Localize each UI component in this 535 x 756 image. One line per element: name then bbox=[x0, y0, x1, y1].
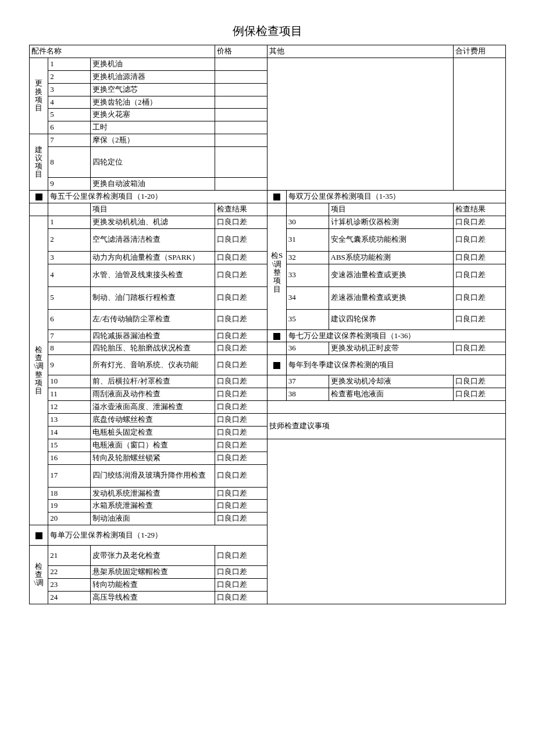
table-row: 电瓶桩头固定检查 bbox=[91, 426, 215, 439]
tech-advice-header: 技师检查建议事项 bbox=[268, 414, 506, 439]
cell-empty bbox=[215, 70, 268, 83]
col-item: 项目 bbox=[329, 203, 453, 216]
section-winter: 每年到冬季建议保养检测的项目 bbox=[286, 355, 505, 375]
cell-empty bbox=[268, 342, 286, 355]
table-row: 1 bbox=[48, 216, 91, 228]
table-row: 4 bbox=[48, 96, 91, 109]
table-row: 四轮定位 bbox=[91, 147, 215, 178]
suggest-label: 建议项目 bbox=[30, 134, 48, 191]
table-row: 四轮胎压、轮胎磨战状况检查 bbox=[91, 342, 215, 355]
table-row: 16 bbox=[48, 452, 91, 464]
table-row: 底盘传动螺丝检查 bbox=[91, 414, 215, 427]
table-row: 更换机油源清器 bbox=[91, 70, 215, 83]
cell-empty bbox=[286, 203, 329, 216]
header-other: 其他 bbox=[268, 45, 453, 58]
cell-empty bbox=[268, 203, 286, 216]
table-row: 高压导线检查 bbox=[91, 592, 215, 604]
result-cell: 口良口差 bbox=[215, 355, 268, 375]
table-row: 1 bbox=[48, 58, 91, 70]
total-empty-block bbox=[453, 58, 505, 190]
cell-empty bbox=[215, 83, 268, 96]
section-10k: 每单万公里保养检测项目（1-29） bbox=[48, 525, 268, 546]
result-cell: 口良口差 bbox=[215, 546, 268, 566]
table-row: 20 bbox=[48, 513, 91, 525]
result-cell: 口良口差 bbox=[453, 388, 505, 401]
cell-empty bbox=[215, 58, 268, 70]
marker-icon bbox=[268, 191, 286, 203]
right-group-label: 检S\调整项目 bbox=[268, 216, 286, 329]
tech-advice-body bbox=[268, 439, 506, 604]
left-group2-label: 检查\调 bbox=[30, 546, 48, 604]
result-cell: 口良口差 bbox=[453, 251, 505, 264]
result-cell: 口良口差 bbox=[215, 329, 268, 342]
result-cell: 口良口差 bbox=[215, 414, 268, 427]
table-row: 33 bbox=[286, 264, 329, 286]
table-row: 9 bbox=[48, 355, 91, 375]
table-row: 35 bbox=[286, 309, 329, 329]
result-cell: 口良口差 bbox=[215, 342, 268, 355]
table-row: 7 bbox=[48, 134, 91, 147]
table-row: 变速器油量检查或更换 bbox=[329, 264, 453, 286]
table-row: 更换发动机正时皮带 bbox=[329, 342, 453, 355]
result-cell: 口良口差 bbox=[215, 286, 268, 309]
result-cell: 口良口差 bbox=[453, 375, 505, 388]
header-price: 价格 bbox=[215, 45, 268, 58]
result-cell: 口良口差 bbox=[215, 264, 268, 286]
result-cell: 口良口差 bbox=[215, 375, 268, 388]
table-row: 空气滤清器清洁检查 bbox=[91, 228, 215, 251]
cell-empty bbox=[48, 203, 91, 216]
col-item: 项目 bbox=[91, 203, 215, 216]
table-row: 6 bbox=[48, 309, 91, 329]
table-row: 转向及轮胎螺丝锁紧 bbox=[91, 452, 215, 464]
table-row: 3 bbox=[48, 83, 91, 96]
header-parts: 配件名称 bbox=[30, 45, 215, 58]
section-70k: 每七万公里建议保养检测项目（1-36） bbox=[286, 329, 505, 342]
left-group-label: 检查\调整项目 bbox=[30, 216, 48, 525]
table-row: 转向功能检查 bbox=[91, 579, 215, 592]
result-cell: 口良口差 bbox=[215, 566, 268, 579]
table-row: 17 bbox=[48, 464, 91, 487]
table-row: 5 bbox=[48, 109, 91, 121]
table-row: 9 bbox=[48, 178, 91, 191]
page-title: 例保检查项目 bbox=[29, 23, 506, 39]
result-cell: 口良口差 bbox=[453, 264, 505, 286]
table-row: 制动、油门踏板行程检查 bbox=[91, 286, 215, 309]
table-row: 8 bbox=[48, 342, 91, 355]
table-row: 雨刮液面及动作检查 bbox=[91, 388, 215, 401]
table-row: 19 bbox=[48, 500, 91, 513]
result-cell: 口良口差 bbox=[453, 216, 505, 228]
header-total: 合计费用 bbox=[453, 45, 505, 58]
table-row: 3 bbox=[48, 251, 91, 264]
table-row: 左/右传动轴防尘罩检查 bbox=[91, 309, 215, 329]
table-row: 更换自动波箱油 bbox=[91, 178, 215, 191]
table-row: 32 bbox=[286, 251, 329, 264]
table-row: 更换空气滤芯 bbox=[91, 83, 215, 96]
maintenance-table: 配件名称 价格 其他 合计费用 更换项目 1 更换机油 2更换机油源清器 3更换… bbox=[29, 45, 506, 604]
result-cell: 口良口差 bbox=[215, 464, 268, 487]
table-row: 水管、油管及线束接头检查 bbox=[91, 264, 215, 286]
cell-empty bbox=[215, 96, 268, 109]
result-cell: 口良口差 bbox=[453, 309, 505, 329]
table-row: 12 bbox=[48, 401, 91, 414]
table-row: 发动机系统泄漏检查 bbox=[91, 487, 215, 500]
table-row: ABS系统功能检测 bbox=[329, 251, 453, 264]
table-row: 更换齿轮油（2桶） bbox=[91, 96, 215, 109]
section-5k: 每五千公里保养检测项目（1-20） bbox=[48, 191, 268, 203]
table-row: 更换机油 bbox=[91, 58, 215, 70]
result-cell: 口良口差 bbox=[215, 452, 268, 464]
result-cell: 口良口差 bbox=[453, 228, 505, 251]
replace-label: 更换项目 bbox=[30, 58, 48, 134]
table-row: 11 bbox=[48, 388, 91, 401]
cell-empty bbox=[215, 134, 268, 147]
marker-icon bbox=[30, 525, 48, 546]
table-row: 摩保（2瓶） bbox=[91, 134, 215, 147]
result-cell: 口良口差 bbox=[215, 388, 268, 401]
cell-empty bbox=[215, 178, 268, 191]
col-result: 检查结果 bbox=[215, 203, 268, 216]
other-empty-block bbox=[268, 58, 453, 190]
result-cell: 口良口差 bbox=[215, 439, 268, 452]
cell-empty bbox=[215, 109, 268, 121]
table-row: 电瓶液面（窗口）检查 bbox=[91, 439, 215, 452]
result-cell: 口良口差 bbox=[453, 342, 505, 355]
table-row: 2 bbox=[48, 70, 91, 83]
